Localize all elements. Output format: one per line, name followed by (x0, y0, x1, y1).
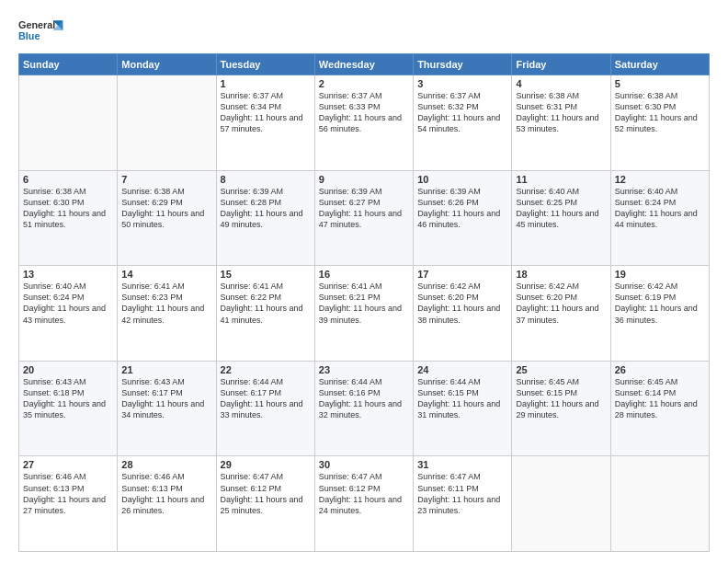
calendar-cell: 23Sunrise: 6:44 AM Sunset: 6:16 PM Dayli… (314, 361, 413, 456)
calendar-cell: 7Sunrise: 6:38 AM Sunset: 6:29 PM Daylig… (118, 170, 216, 266)
weekday-header-wednesday: Wednesday (314, 54, 413, 75)
calendar-cell: 6Sunrise: 6:38 AM Sunset: 6:30 PM Daylig… (19, 170, 118, 266)
logo-icon: General Blue (18, 17, 64, 44)
cell-content: Sunrise: 6:41 AM Sunset: 6:21 PM Dayligh… (319, 281, 409, 326)
calendar-week-4: 20Sunrise: 6:43 AM Sunset: 6:18 PM Dayli… (19, 361, 710, 456)
cell-content: Sunrise: 6:39 AM Sunset: 6:28 PM Dayligh… (221, 186, 311, 231)
day-number: 16 (319, 269, 409, 280)
day-number: 18 (516, 269, 606, 280)
cell-content: Sunrise: 6:43 AM Sunset: 6:18 PM Dayligh… (23, 376, 113, 421)
cell-content: Sunrise: 6:46 AM Sunset: 6:13 PM Dayligh… (23, 471, 113, 516)
weekday-header-sunday: Sunday (19, 54, 118, 75)
day-number: 1 (221, 78, 311, 89)
calendar-cell: 15Sunrise: 6:41 AM Sunset: 6:22 PM Dayli… (216, 266, 314, 362)
day-number: 28 (121, 459, 211, 470)
calendar-cell: 11Sunrise: 6:40 AM Sunset: 6:25 PM Dayli… (512, 170, 610, 266)
cell-content: Sunrise: 6:40 AM Sunset: 6:24 PM Dayligh… (615, 186, 705, 231)
day-number: 4 (516, 78, 606, 89)
cell-content: Sunrise: 6:44 AM Sunset: 6:17 PM Dayligh… (221, 376, 311, 421)
cell-content: Sunrise: 6:38 AM Sunset: 6:30 PM Dayligh… (23, 186, 113, 231)
day-number: 15 (221, 269, 311, 280)
calendar-cell: 27Sunrise: 6:46 AM Sunset: 6:13 PM Dayli… (19, 456, 118, 552)
calendar-cell: 16Sunrise: 6:41 AM Sunset: 6:21 PM Dayli… (314, 266, 413, 362)
calendar-week-3: 13Sunrise: 6:40 AM Sunset: 6:24 PM Dayli… (19, 266, 710, 362)
page: General Blue SundayMondayTuesdayWednesda… (0, 0, 728, 563)
svg-text:General: General (18, 19, 55, 30)
day-number: 17 (417, 269, 507, 280)
cell-content: Sunrise: 6:43 AM Sunset: 6:17 PM Dayligh… (121, 376, 211, 421)
day-number: 22 (221, 364, 311, 375)
calendar-cell: 18Sunrise: 6:42 AM Sunset: 6:20 PM Dayli… (512, 266, 610, 362)
calendar-week-2: 6Sunrise: 6:38 AM Sunset: 6:30 PM Daylig… (19, 170, 710, 266)
day-number: 21 (121, 364, 211, 375)
calendar-cell: 10Sunrise: 6:39 AM Sunset: 6:26 PM Dayli… (414, 170, 512, 266)
cell-content: Sunrise: 6:45 AM Sunset: 6:14 PM Dayligh… (615, 376, 705, 421)
calendar-table: SundayMondayTuesdayWednesdayThursdayFrid… (18, 53, 710, 552)
day-number: 27 (23, 459, 113, 470)
day-number: 2 (319, 78, 409, 89)
day-number: 31 (417, 459, 507, 470)
calendar-cell: 9Sunrise: 6:39 AM Sunset: 6:27 PM Daylig… (314, 170, 413, 266)
day-number: 6 (23, 174, 113, 185)
day-number: 19 (615, 269, 705, 280)
day-number: 23 (319, 364, 409, 375)
day-number: 12 (615, 174, 705, 185)
cell-content: Sunrise: 6:37 AM Sunset: 6:33 PM Dayligh… (319, 90, 409, 135)
calendar-week-5: 27Sunrise: 6:46 AM Sunset: 6:13 PM Dayli… (19, 456, 710, 552)
calendar-cell: 30Sunrise: 6:47 AM Sunset: 6:12 PM Dayli… (314, 456, 413, 552)
calendar-cell: 2Sunrise: 6:37 AM Sunset: 6:33 PM Daylig… (314, 75, 413, 171)
calendar-cell: 24Sunrise: 6:44 AM Sunset: 6:15 PM Dayli… (414, 361, 512, 456)
logo: General Blue (18, 17, 64, 44)
calendar-cell: 3Sunrise: 6:37 AM Sunset: 6:32 PM Daylig… (414, 75, 512, 171)
calendar-cell: 17Sunrise: 6:42 AM Sunset: 6:20 PM Dayli… (414, 266, 512, 362)
calendar-cell: 21Sunrise: 6:43 AM Sunset: 6:17 PM Dayli… (118, 361, 216, 456)
day-number: 30 (319, 459, 409, 470)
day-number: 26 (615, 364, 705, 375)
cell-content: Sunrise: 6:37 AM Sunset: 6:34 PM Dayligh… (221, 90, 311, 135)
calendar-cell: 14Sunrise: 6:41 AM Sunset: 6:23 PM Dayli… (118, 266, 216, 362)
calendar-cell: 5Sunrise: 6:38 AM Sunset: 6:30 PM Daylig… (610, 75, 709, 171)
day-number: 14 (121, 269, 211, 280)
calendar-cell: 1Sunrise: 6:37 AM Sunset: 6:34 PM Daylig… (216, 75, 314, 171)
calendar-cell: 12Sunrise: 6:40 AM Sunset: 6:24 PM Dayli… (610, 170, 709, 266)
calendar-cell (118, 75, 216, 171)
cell-content: Sunrise: 6:44 AM Sunset: 6:15 PM Dayligh… (417, 376, 507, 421)
day-number: 9 (319, 174, 409, 185)
calendar-cell (19, 75, 118, 171)
cell-content: Sunrise: 6:39 AM Sunset: 6:27 PM Dayligh… (319, 186, 409, 231)
calendar-cell (610, 456, 709, 552)
calendar-cell: 8Sunrise: 6:39 AM Sunset: 6:28 PM Daylig… (216, 170, 314, 266)
weekday-header-tuesday: Tuesday (216, 54, 314, 75)
weekday-header-thursday: Thursday (414, 54, 512, 75)
cell-content: Sunrise: 6:40 AM Sunset: 6:25 PM Dayligh… (516, 186, 606, 231)
calendar-cell: 25Sunrise: 6:45 AM Sunset: 6:15 PM Dayli… (512, 361, 610, 456)
cell-content: Sunrise: 6:47 AM Sunset: 6:11 PM Dayligh… (417, 471, 507, 516)
header: General Blue (18, 17, 710, 44)
weekday-header-friday: Friday (512, 54, 610, 75)
day-number: 7 (121, 174, 211, 185)
calendar-cell: 20Sunrise: 6:43 AM Sunset: 6:18 PM Dayli… (19, 361, 118, 456)
calendar-cell: 13Sunrise: 6:40 AM Sunset: 6:24 PM Dayli… (19, 266, 118, 362)
weekday-header-monday: Monday (118, 54, 216, 75)
cell-content: Sunrise: 6:47 AM Sunset: 6:12 PM Dayligh… (319, 471, 409, 516)
cell-content: Sunrise: 6:46 AM Sunset: 6:13 PM Dayligh… (121, 471, 211, 516)
day-number: 10 (417, 174, 507, 185)
calendar-cell: 26Sunrise: 6:45 AM Sunset: 6:14 PM Dayli… (610, 361, 709, 456)
cell-content: Sunrise: 6:42 AM Sunset: 6:20 PM Dayligh… (417, 281, 507, 326)
day-number: 29 (221, 459, 311, 470)
calendar-week-1: 1Sunrise: 6:37 AM Sunset: 6:34 PM Daylig… (19, 75, 710, 171)
day-number: 8 (221, 174, 311, 185)
day-number: 20 (23, 364, 113, 375)
cell-content: Sunrise: 6:42 AM Sunset: 6:19 PM Dayligh… (615, 281, 705, 326)
cell-content: Sunrise: 6:39 AM Sunset: 6:26 PM Dayligh… (417, 186, 507, 231)
day-number: 13 (23, 269, 113, 280)
cell-content: Sunrise: 6:47 AM Sunset: 6:12 PM Dayligh… (221, 471, 311, 516)
calendar-cell: 4Sunrise: 6:38 AM Sunset: 6:31 PM Daylig… (512, 75, 610, 171)
calendar-cell: 28Sunrise: 6:46 AM Sunset: 6:13 PM Dayli… (118, 456, 216, 552)
cell-content: Sunrise: 6:38 AM Sunset: 6:29 PM Dayligh… (121, 186, 211, 231)
cell-content: Sunrise: 6:37 AM Sunset: 6:32 PM Dayligh… (417, 90, 507, 135)
weekday-header-saturday: Saturday (610, 54, 709, 75)
cell-content: Sunrise: 6:38 AM Sunset: 6:31 PM Dayligh… (516, 90, 606, 135)
cell-content: Sunrise: 6:41 AM Sunset: 6:23 PM Dayligh… (121, 281, 211, 326)
svg-text:Blue: Blue (18, 30, 40, 41)
